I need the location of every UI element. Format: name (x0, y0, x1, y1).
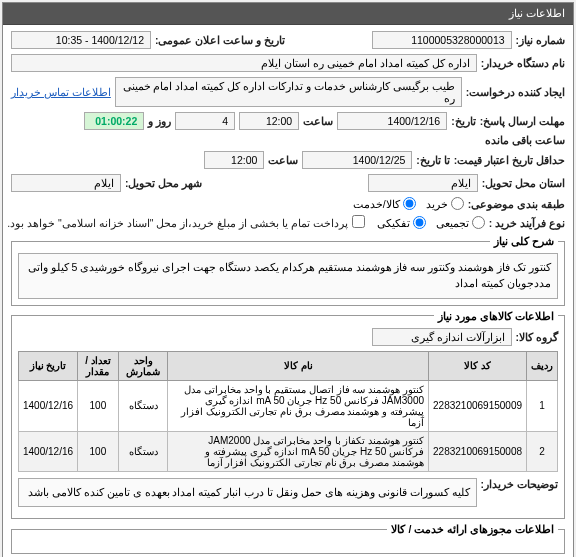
col-unit: واحد شمارش (118, 351, 168, 380)
min-valid-date: 1400/12/25 (302, 151, 412, 169)
cell-date: 1400/12/16 (19, 380, 78, 431)
class-radio-goods[interactable] (403, 197, 416, 210)
pay-checkbox[interactable] (352, 215, 365, 228)
class-radio-buy[interactable] (451, 197, 464, 210)
buyer-notes-label: توضیحات خریدار: (481, 478, 558, 490)
creator-label: ایجاد کننده درخواست: (466, 86, 565, 98)
creator-value: طیب برگیسی کارشناس خدمات و تدارکات اداره… (115, 77, 462, 107)
col-idx: ردیف (527, 351, 558, 380)
goods-table: ردیف کد کالا نام کالا واحد شمارش تعداد /… (18, 351, 558, 472)
buyer-label: نام دستگاه خریدار: (481, 57, 565, 69)
cell-date: 1400/12/16 (19, 431, 78, 471)
class-opt-buy-label: خرید (426, 198, 448, 210)
table-row: 12283210069150009کنتور هوشمند سه فاز اتص… (19, 380, 558, 431)
desc-text: کنتور تک فاز هوشمند وکنتور سه فاز هوشمند… (18, 253, 558, 299)
buy-type-radio-sep[interactable] (413, 216, 426, 229)
delivery-city: ایلام (11, 174, 121, 192)
cell-qty: 100 (78, 380, 119, 431)
class-opt-goods[interactable]: کالا/خدمت (353, 197, 416, 210)
cell-qty: 100 (78, 431, 119, 471)
remain-label: ساعت باقی مانده (485, 134, 565, 146)
buy-type-radio-group: تجمیعی تفکیکی (377, 216, 485, 229)
deadline-label: مهلت ارسال پاسخ: (480, 115, 565, 127)
desc-legend: شرح کلی نیاز (490, 235, 558, 247)
cell-idx: 2 (527, 431, 558, 471)
goods-legend: اطلاعات کالاهای مورد نیاز (434, 310, 558, 322)
delivery-prov-label: استان محل تحویل: (482, 177, 565, 189)
buyer-contact-link[interactable]: اطلاعات تماس خریدار (11, 86, 111, 98)
table-row: 22283210069150008کنتور هوشمند تکفاز با و… (19, 431, 558, 471)
delivery-prov: ایلام (368, 174, 478, 192)
buy-type-sep[interactable]: تفکیکی (377, 216, 426, 229)
pay-note: پرداخت تمام یا بخشی از مبلغ خرید،از محل … (7, 217, 347, 229)
col-date: تاریخ نیاز (19, 351, 78, 380)
remain-time: 01:00:22 (84, 112, 144, 130)
group-value: ابزارآلات اندازه گیری (372, 328, 512, 346)
min-valid-time: 12:00 (204, 151, 264, 169)
cell-unit: دستگاه (118, 431, 168, 471)
group-label: گروه کالا: (516, 331, 558, 343)
min-valid-time-label: ساعت (268, 154, 298, 166)
remain-days: 4 (175, 112, 235, 130)
buy-type-sep-label: تفکیکی (377, 217, 410, 229)
deadline-time-label: ساعت (303, 115, 333, 127)
goods-fieldset: اطلاعات کالاهای مورد نیاز گروه کالا: ابز… (11, 310, 565, 520)
pub-date-value: 1400/12/12 - 10:35 (11, 31, 151, 49)
deadline-tarikh-label: تاریخ: (451, 115, 476, 127)
cell-unit: دستگاه (118, 380, 168, 431)
buy-type-agg-label: تجمیعی (436, 217, 469, 229)
req-no-label: شماره نیاز: (516, 34, 565, 46)
buy-type-agg[interactable]: تجمیعی (436, 216, 485, 229)
cell-name: کنتور هوشمند سه فاز اتصال مستقیم با واحد… (168, 380, 429, 431)
cell-name: کنتور هوشمند تکفاز با واحد مخابراتی مدل … (168, 431, 429, 471)
desc-fieldset: شرح کلی نیاز کنتور تک فاز هوشمند وکنتور … (11, 235, 565, 306)
min-valid-tarikh-label: تا تاریخ: (416, 154, 449, 166)
deadline-time: 12:00 (239, 112, 299, 130)
buy-type-radio-agg[interactable] (472, 216, 485, 229)
cell-code: 2283210069150008 (429, 431, 527, 471)
buyer-notes: کلیه کسورات قانونی وهزینه های حمل ونقل ت… (18, 478, 477, 508)
delivery-city-label: شهر محل تحویل: (125, 177, 202, 189)
class-radio-group: خرید کالا/خدمت (353, 197, 464, 210)
min-valid-label: حداقل تاریخ اعتبار قیمت: (454, 154, 565, 166)
panel-title: اطلاعات نیاز (3, 3, 573, 25)
col-name: نام کالا (168, 351, 429, 380)
class-opt-buy[interactable]: خرید (426, 197, 464, 210)
col-code: کد کالا (429, 351, 527, 380)
class-opt-goods-label: کالا/خدمت (353, 198, 400, 210)
buyer-value: اداره کل کمیته امداد امام خمینی ره استان… (11, 54, 477, 72)
col-qty: تعداد / مقدار (78, 351, 119, 380)
class-label: طبقه بندی موضوعی: (468, 198, 565, 210)
cell-code: 2283210069150009 (429, 380, 527, 431)
cell-idx: 1 (527, 380, 558, 431)
buy-type-label: نوع فرآیند خرید : (489, 217, 565, 229)
table-header-row: ردیف کد کالا نام کالا واحد شمارش تعداد /… (19, 351, 558, 380)
pub-date-label: تاریخ و ساعت اعلان عمومی: (155, 34, 285, 46)
need-info-panel: اطلاعات نیاز شماره نیاز: 110000532800001… (2, 2, 574, 557)
panel-body: شماره نیاز: 1100005328000013 تاریخ و ساع… (3, 25, 573, 557)
remain-days-label: روز و (148, 115, 171, 127)
req-no-value: 1100005328000013 (372, 31, 512, 49)
permits-fieldset: اطلاعات مجوزهای ارائه خدمت / کالا (11, 523, 565, 554)
permits-legend: اطلاعات مجوزهای ارائه خدمت / کالا (387, 523, 558, 535)
deadline-date: 1400/12/16 (337, 112, 447, 130)
